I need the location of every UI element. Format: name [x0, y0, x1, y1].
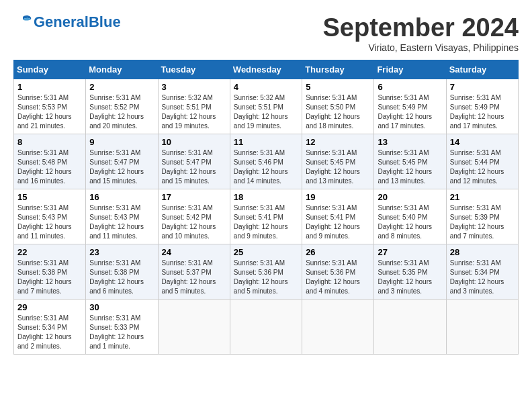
day-number: 6 — [378, 82, 442, 92]
weekday-header: Wednesday — [230, 60, 302, 79]
calendar-day-cell: 8 Sunrise: 5:31 AM Sunset: 5:48 PM Dayli… — [14, 134, 86, 189]
calendar-day-cell: 2 Sunrise: 5:31 AM Sunset: 5:52 PM Dayli… — [86, 79, 158, 134]
day-info: Sunrise: 5:31 AM Sunset: 5:35 PM Dayligh… — [378, 259, 442, 296]
calendar-table: SundayMondayTuesdayWednesdayThursdayFrid… — [13, 60, 519, 355]
calendar-week-row: 22 Sunrise: 5:31 AM Sunset: 5:38 PM Dayl… — [14, 244, 519, 300]
day-number: 8 — [17, 137, 82, 147]
title-block: September 2024 Viriato, Eastern Visayas,… — [323, 13, 519, 53]
day-number: 5 — [306, 82, 370, 92]
day-info: Sunrise: 5:31 AM Sunset: 5:45 PM Dayligh… — [378, 148, 442, 186]
day-number: 9 — [89, 137, 154, 147]
day-info: Sunrise: 5:31 AM Sunset: 5:50 PM Dayligh… — [306, 93, 370, 131]
page-header: GeneralBlue September 2024 Viriato, East… — [13, 13, 519, 53]
day-info: Sunrise: 5:31 AM Sunset: 5:49 PM Dayligh… — [450, 93, 515, 131]
day-number: 22 — [17, 247, 82, 257]
calendar-day-cell: 1 Sunrise: 5:31 AM Sunset: 5:53 PM Dayli… — [14, 79, 86, 134]
calendar-day-cell — [446, 300, 518, 355]
day-number: 29 — [17, 302, 82, 312]
calendar-day-cell: 20 Sunrise: 5:31 AM Sunset: 5:40 PM Dayl… — [374, 189, 446, 244]
calendar-day-cell: 16 Sunrise: 5:31 AM Sunset: 5:43 PM Dayl… — [86, 189, 158, 244]
calendar-day-cell: 29 Sunrise: 5:31 AM Sunset: 5:34 PM Dayl… — [14, 300, 86, 355]
day-info: Sunrise: 5:31 AM Sunset: 5:45 PM Dayligh… — [306, 148, 370, 186]
day-number: 7 — [450, 82, 515, 92]
day-info: Sunrise: 5:31 AM Sunset: 5:43 PM Dayligh… — [89, 203, 154, 241]
day-number: 24 — [162, 247, 226, 257]
day-info: Sunrise: 5:31 AM Sunset: 5:34 PM Dayligh… — [17, 314, 82, 351]
day-number: 17 — [162, 192, 226, 202]
day-info: Sunrise: 5:31 AM Sunset: 5:52 PM Dayligh… — [89, 93, 154, 131]
weekday-header: Tuesday — [158, 60, 230, 79]
day-number: 25 — [234, 247, 298, 257]
day-info: Sunrise: 5:31 AM Sunset: 5:36 PM Dayligh… — [306, 259, 370, 296]
day-info: Sunrise: 5:31 AM Sunset: 5:42 PM Dayligh… — [162, 203, 226, 241]
logo: GeneralBlue — [13, 13, 121, 31]
weekday-header: Sunday — [14, 60, 86, 79]
calendar-week-row: 1 Sunrise: 5:31 AM Sunset: 5:53 PM Dayli… — [14, 79, 519, 134]
day-info: Sunrise: 5:31 AM Sunset: 5:44 PM Dayligh… — [450, 148, 515, 186]
day-info: Sunrise: 5:31 AM Sunset: 5:49 PM Dayligh… — [378, 93, 442, 131]
calendar-day-cell: 9 Sunrise: 5:31 AM Sunset: 5:47 PM Dayli… — [86, 134, 158, 189]
day-info: Sunrise: 5:31 AM Sunset: 5:38 PM Dayligh… — [89, 259, 154, 296]
weekday-header: Thursday — [302, 60, 374, 79]
calendar-day-cell: 4 Sunrise: 5:32 AM Sunset: 5:51 PM Dayli… — [230, 79, 302, 134]
day-info: Sunrise: 5:31 AM Sunset: 5:33 PM Dayligh… — [89, 314, 154, 351]
calendar-day-cell: 6 Sunrise: 5:31 AM Sunset: 5:49 PM Dayli… — [374, 79, 446, 134]
day-info: Sunrise: 5:31 AM Sunset: 5:40 PM Dayligh… — [378, 203, 442, 241]
day-number: 21 — [450, 192, 515, 202]
weekday-header: Friday — [374, 60, 446, 79]
calendar-day-cell: 27 Sunrise: 5:31 AM Sunset: 5:35 PM Dayl… — [374, 244, 446, 300]
calendar-day-cell — [158, 300, 230, 355]
day-info: Sunrise: 5:31 AM Sunset: 5:38 PM Dayligh… — [17, 259, 82, 296]
day-number: 26 — [306, 247, 370, 257]
day-info: Sunrise: 5:31 AM Sunset: 5:34 PM Dayligh… — [450, 259, 515, 296]
location: Viriato, Eastern Visayas, Philippines — [323, 42, 519, 53]
calendar-day-cell — [302, 300, 374, 355]
calendar-day-cell — [230, 300, 302, 355]
day-number: 15 — [17, 192, 82, 202]
day-number: 4 — [234, 82, 298, 92]
calendar-week-row: 8 Sunrise: 5:31 AM Sunset: 5:48 PM Dayli… — [14, 134, 519, 189]
day-number: 20 — [378, 192, 442, 202]
weekday-header-row: SundayMondayTuesdayWednesdayThursdayFrid… — [14, 60, 519, 79]
calendar-day-cell: 25 Sunrise: 5:31 AM Sunset: 5:36 PM Dayl… — [230, 244, 302, 300]
calendar-day-cell: 23 Sunrise: 5:31 AM Sunset: 5:38 PM Dayl… — [86, 244, 158, 300]
day-info: Sunrise: 5:31 AM Sunset: 5:43 PM Dayligh… — [17, 203, 82, 241]
day-number: 23 — [89, 247, 154, 257]
day-info: Sunrise: 5:31 AM Sunset: 5:36 PM Dayligh… — [234, 259, 298, 296]
day-number: 28 — [450, 247, 515, 257]
calendar-week-row: 15 Sunrise: 5:31 AM Sunset: 5:43 PM Dayl… — [14, 189, 519, 244]
day-info: Sunrise: 5:31 AM Sunset: 5:41 PM Dayligh… — [306, 203, 370, 241]
day-info: Sunrise: 5:31 AM Sunset: 5:47 PM Dayligh… — [89, 148, 154, 186]
day-number: 12 — [306, 137, 370, 147]
weekday-header: Monday — [86, 60, 158, 79]
calendar-day-cell: 19 Sunrise: 5:31 AM Sunset: 5:41 PM Dayl… — [302, 189, 374, 244]
logo-text: GeneralBlue — [34, 13, 121, 31]
day-number: 14 — [450, 137, 515, 147]
day-info: Sunrise: 5:31 AM Sunset: 5:41 PM Dayligh… — [234, 203, 298, 241]
calendar-day-cell: 15 Sunrise: 5:31 AM Sunset: 5:43 PM Dayl… — [14, 189, 86, 244]
calendar-day-cell — [374, 300, 446, 355]
day-number: 18 — [234, 192, 298, 202]
calendar-day-cell: 18 Sunrise: 5:31 AM Sunset: 5:41 PM Dayl… — [230, 189, 302, 244]
day-info: Sunrise: 5:31 AM Sunset: 5:47 PM Dayligh… — [162, 148, 226, 186]
calendar-day-cell: 28 Sunrise: 5:31 AM Sunset: 5:34 PM Dayl… — [446, 244, 518, 300]
day-number: 10 — [162, 137, 226, 147]
day-info: Sunrise: 5:31 AM Sunset: 5:53 PM Dayligh… — [17, 93, 82, 131]
calendar-day-cell: 3 Sunrise: 5:32 AM Sunset: 5:51 PM Dayli… — [158, 79, 230, 134]
logo-icon — [13, 14, 32, 30]
calendar-day-cell: 13 Sunrise: 5:31 AM Sunset: 5:45 PM Dayl… — [374, 134, 446, 189]
day-number: 3 — [162, 82, 226, 92]
calendar-day-cell: 5 Sunrise: 5:31 AM Sunset: 5:50 PM Dayli… — [302, 79, 374, 134]
day-number: 19 — [306, 192, 370, 202]
day-number: 1 — [17, 82, 82, 92]
calendar-day-cell: 12 Sunrise: 5:31 AM Sunset: 5:45 PM Dayl… — [302, 134, 374, 189]
calendar-day-cell: 14 Sunrise: 5:31 AM Sunset: 5:44 PM Dayl… — [446, 134, 518, 189]
day-info: Sunrise: 5:32 AM Sunset: 5:51 PM Dayligh… — [162, 93, 226, 131]
calendar-day-cell: 17 Sunrise: 5:31 AM Sunset: 5:42 PM Dayl… — [158, 189, 230, 244]
day-info: Sunrise: 5:31 AM Sunset: 5:39 PM Dayligh… — [450, 203, 515, 241]
day-number: 11 — [234, 137, 298, 147]
calendar-week-row: 29 Sunrise: 5:31 AM Sunset: 5:34 PM Dayl… — [14, 300, 519, 355]
day-info: Sunrise: 5:31 AM Sunset: 5:46 PM Dayligh… — [234, 148, 298, 186]
day-number: 27 — [378, 247, 442, 257]
day-info: Sunrise: 5:31 AM Sunset: 5:48 PM Dayligh… — [17, 148, 82, 186]
